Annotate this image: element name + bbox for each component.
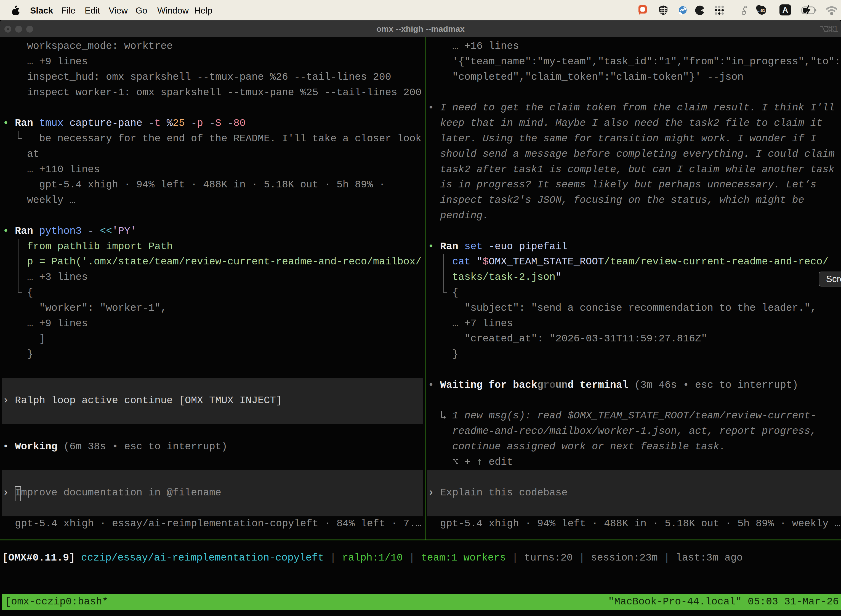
svg-text:..61: ..61 — [758, 8, 765, 13]
